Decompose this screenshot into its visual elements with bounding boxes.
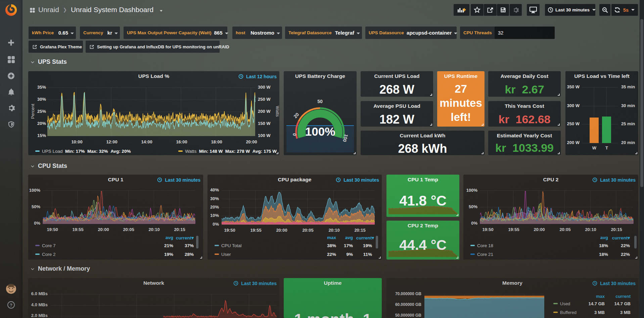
svg-text:50: 50: [317, 99, 323, 104]
svg-text:20: 20: [292, 111, 300, 119]
svg-text:?: ?: [10, 303, 12, 308]
